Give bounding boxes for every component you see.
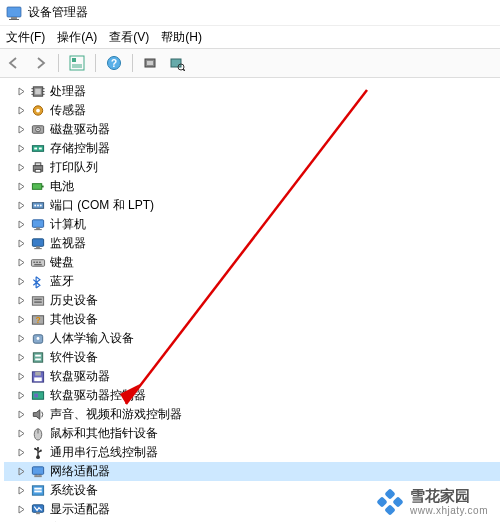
svg-rect-39 [32, 220, 43, 228]
tree-item-software[interactable]: 软件设备 [4, 348, 500, 367]
window-title: 设备管理器 [28, 4, 88, 21]
svg-point-23 [36, 109, 40, 113]
svg-rect-49 [34, 264, 42, 265]
tree-item-label: 处理器 [50, 82, 86, 101]
usb-icon [30, 445, 46, 460]
menu-action[interactable]: 操作(A) [57, 29, 97, 46]
expander-icon[interactable] [14, 446, 28, 460]
menu-view[interactable]: 查看(V) [109, 29, 149, 46]
svg-rect-85 [392, 496, 403, 507]
expander-icon[interactable] [14, 142, 28, 156]
svg-rect-84 [376, 496, 387, 507]
expander-icon[interactable] [14, 503, 28, 517]
svg-rect-4 [72, 58, 76, 62]
expander-icon[interactable] [14, 389, 28, 403]
expander-icon[interactable] [14, 332, 28, 346]
tree-item-floppy-ctrl[interactable]: 软盘驱动器控制器 [4, 386, 500, 405]
svg-rect-52 [34, 301, 42, 302]
expander-icon[interactable] [14, 123, 28, 137]
tree-item-label: 通用串行总线控制器 [50, 443, 158, 462]
expander-icon[interactable] [14, 313, 28, 327]
battery-icon [30, 179, 46, 194]
nav-forward-button[interactable] [30, 53, 50, 73]
expander-icon[interactable] [14, 370, 28, 384]
svg-rect-10 [147, 61, 153, 65]
svg-rect-15 [35, 89, 41, 95]
tree-item-bluetooth[interactable]: 蓝牙 [4, 272, 500, 291]
tree-item-network[interactable]: 网络适配器 [4, 462, 500, 481]
show-hide-tree-button[interactable] [67, 53, 87, 73]
expander-icon[interactable] [14, 237, 28, 251]
display-icon [30, 502, 46, 517]
expander-icon[interactable] [14, 484, 28, 498]
software-icon [30, 350, 46, 365]
tree-item-disk[interactable]: 磁盘驱动器 [4, 120, 500, 139]
svg-rect-77 [34, 488, 42, 490]
tree-item-port[interactable]: 端口 (COM 和 LPT) [4, 196, 500, 215]
menu-file[interactable]: 文件(F) [6, 29, 45, 46]
svg-rect-78 [34, 491, 42, 493]
expander-icon[interactable] [14, 218, 28, 232]
svg-rect-41 [34, 229, 42, 230]
expander-icon[interactable] [14, 180, 28, 194]
svg-rect-86 [384, 504, 395, 515]
tree-item-cpu[interactable]: 处理器 [4, 82, 500, 101]
svg-rect-50 [32, 297, 43, 305]
svg-rect-31 [35, 163, 41, 166]
expander-icon[interactable] [14, 199, 28, 213]
svg-rect-73 [34, 475, 42, 477]
expander-icon[interactable] [14, 427, 28, 441]
tree-item-label: 鼠标和其他指针设备 [50, 424, 158, 443]
svg-rect-51 [34, 299, 42, 300]
tree-item-history[interactable]: 历史设备 [4, 291, 500, 310]
svg-rect-64 [34, 394, 38, 398]
tree-item-other[interactable]: ?其他设备 [4, 310, 500, 329]
svg-point-56 [37, 337, 40, 340]
sensor-icon [30, 103, 46, 118]
tree-item-keyboard[interactable]: 键盘 [4, 253, 500, 272]
properties-button[interactable] [167, 53, 187, 73]
tree-item-audio[interactable]: 声音、视频和游戏控制器 [4, 405, 500, 424]
tree-item-monitor[interactable]: 监视器 [4, 234, 500, 253]
svg-rect-80 [36, 512, 40, 514]
svg-point-36 [34, 205, 36, 207]
tree-item-printer[interactable]: 打印队列 [4, 158, 500, 177]
expander-icon[interactable] [14, 104, 28, 118]
tree-item-sensor[interactable]: 传感器 [4, 101, 500, 120]
menu-help[interactable]: 帮助(H) [161, 29, 202, 46]
svg-rect-48 [39, 262, 41, 263]
tree-item-label: 显示适配器 [50, 500, 110, 519]
expander-icon[interactable] [14, 256, 28, 270]
nav-back-button[interactable] [4, 53, 24, 73]
help-button[interactable]: ? [104, 53, 124, 73]
svg-rect-62 [34, 377, 42, 381]
tree-item-storage-ctrl[interactable]: 存储控制器 [4, 139, 500, 158]
svg-rect-2 [9, 19, 19, 20]
expander-icon[interactable] [14, 408, 28, 422]
tree-item-computer[interactable]: 计算机 [4, 215, 500, 234]
tree-item-battery[interactable]: 电池 [4, 177, 500, 196]
tree-item-label: 计算机 [50, 215, 86, 234]
tree-item-label: 存储控制器 [50, 139, 110, 158]
expander-icon[interactable] [14, 161, 28, 175]
tree-item-label: 其他设备 [50, 310, 98, 329]
bluetooth-icon [30, 274, 46, 289]
tree-item-floppy[interactable]: 软盘驱动器 [4, 367, 500, 386]
expander-icon[interactable] [14, 351, 28, 365]
device-tree[interactable]: 处理器传感器磁盘驱动器存储控制器打印队列电池端口 (COM 和 LPT)计算机监… [0, 78, 500, 522]
tree-item-label: 软盘驱动器控制器 [50, 386, 146, 405]
tree-item-mouse[interactable]: 鼠标和其他指针设备 [4, 424, 500, 443]
expander-icon[interactable] [14, 294, 28, 308]
svg-rect-33 [32, 184, 41, 190]
tree-item-usb[interactable]: 通用串行总线控制器 [4, 443, 500, 462]
scan-hardware-button[interactable] [141, 53, 161, 73]
computer-icon [30, 217, 46, 232]
toolbar-separator [95, 54, 96, 72]
svg-text:?: ? [111, 58, 117, 69]
expander-icon[interactable] [14, 275, 28, 289]
expander-icon[interactable] [14, 465, 28, 479]
menubar: 文件(F) 操作(A) 查看(V) 帮助(H) [0, 26, 500, 48]
svg-rect-1 [11, 17, 17, 19]
tree-item-hid[interactable]: 人体学输入设备 [4, 329, 500, 348]
expander-icon[interactable] [14, 85, 28, 99]
